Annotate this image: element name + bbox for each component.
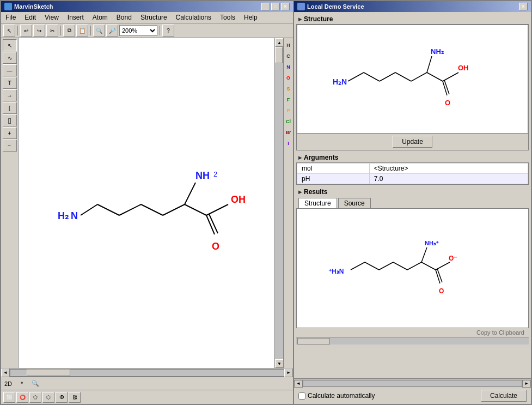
scroll-up-btn[interactable]: ▲: [275, 38, 284, 47]
toolbar-paste-btn[interactable]: 📋: [76, 25, 88, 37]
shape-hexagon-btn[interactable]: ⬡: [42, 392, 54, 403]
shape-pentagon-btn[interactable]: ⬠: [29, 392, 41, 403]
tool-eraser[interactable]: —: [3, 64, 17, 76]
marvin-minimize-btn[interactable]: _: [261, 3, 270, 10]
toolbar-zoomout-btn[interactable]: 🔎: [106, 25, 118, 37]
menu-structure[interactable]: Structure: [138, 13, 169, 22]
scroll-track[interactable]: [275, 47, 283, 359]
calculate-button[interactable]: Calculate: [481, 390, 527, 402]
svg-line-40: [436, 262, 450, 270]
calc-auto-checkbox[interactable]: [298, 392, 305, 400]
molecule-canvas-svg: H ₂ N NH 2: [35, 60, 274, 368]
tool-minus[interactable]: −: [3, 140, 17, 152]
menu-edit[interactable]: Edit: [22, 13, 38, 22]
arguments-triangle-icon: ▶: [298, 155, 302, 160]
toolbar-redo-btn[interactable]: ↪: [33, 25, 45, 37]
copy-clipboard-link[interactable]: Copy to Clipboard: [296, 328, 529, 337]
svg-line-43: [437, 269, 442, 282]
hscroll-track[interactable]: [10, 369, 284, 377]
tool-bracket2[interactable]: []: [3, 114, 17, 126]
marvin-win-controls: _ □ ✕: [261, 3, 290, 10]
demo-scroll-right-btn[interactable]: ►: [522, 380, 531, 388]
menu-calculations[interactable]: Calculations: [174, 13, 213, 22]
demo-scroll-left-btn[interactable]: ◄: [294, 380, 303, 388]
arg-mol-value[interactable]: <Structure>: [369, 164, 528, 174]
marvin-titlebar: MarvinSketch _ □ ✕: [1, 1, 293, 12]
marvin-canvas[interactable]: H ₂ N NH 2: [19, 38, 274, 368]
atom-btn-c[interactable]: C: [286, 51, 290, 61]
hscroll-thumb[interactable]: [27, 370, 70, 376]
hscroll-left-btn[interactable]: ◄: [1, 368, 10, 377]
menu-atom[interactable]: Atom: [90, 13, 110, 22]
calc-auto-area: Calculate automatically: [298, 392, 375, 400]
scroll-thumb[interactable]: [275, 47, 283, 63]
atom-btn-n[interactable]: N: [286, 62, 290, 72]
menu-insert[interactable]: Insert: [65, 13, 86, 22]
atom-btn-s[interactable]: S: [286, 84, 290, 94]
tab-source[interactable]: Source: [338, 198, 371, 208]
menu-help[interactable]: Help: [242, 13, 260, 22]
demo-scroll-track[interactable]: [303, 380, 522, 387]
atom-btn-o[interactable]: O: [286, 73, 290, 83]
marvin-maximize-btn[interactable]: □: [271, 3, 280, 10]
toolbar-copy-btn[interactable]: ⧉: [63, 25, 75, 37]
argument-row-ph: pH 7.0: [297, 174, 528, 184]
svg-line-19: [364, 72, 380, 81]
shape-chain-btn[interactable]: ⛓: [69, 392, 81, 403]
scroll-down-btn[interactable]: ▼: [275, 359, 284, 368]
toolbar-undo-btn[interactable]: ↩: [20, 25, 32, 37]
tool-arrow[interactable]: →: [3, 89, 17, 101]
marvin-toolbar: ↖ ↩ ↪ ✂ ⧉ 📋 🔍 🔎 200% 100% 150% 50% ?: [1, 23, 293, 38]
tab-structure[interactable]: Structure: [298, 198, 337, 208]
svg-line-29: [444, 80, 449, 94]
svg-line-4: [97, 204, 119, 215]
svg-line-22: [411, 72, 427, 81]
toolbar-help-btn[interactable]: ?: [162, 25, 174, 37]
svg-line-12: [206, 204, 228, 215]
svg-line-35: [393, 262, 407, 270]
marvin-statusbar: 2D * 🔍: [1, 377, 293, 390]
toolbar-zoomin-btn[interactable]: 🔍: [93, 25, 105, 37]
menu-tools[interactable]: Tools: [218, 13, 237, 22]
atom-btn-br[interactable]: Br: [285, 128, 291, 137]
marvin-close-btn[interactable]: ✕: [281, 3, 290, 10]
results-section-label: Results: [304, 188, 327, 196]
structure-section-header[interactable]: ▶ Structure: [296, 14, 529, 24]
demo-close-btn[interactable]: ✕: [519, 3, 528, 10]
shape-square-btn[interactable]: ⬜: [3, 392, 15, 403]
tool-plus[interactable]: +: [3, 127, 17, 139]
tool-select[interactable]: ↖: [3, 39, 17, 51]
svg-line-32: [351, 262, 365, 270]
svg-text:NH₂: NH₂: [431, 47, 444, 56]
results-hscrollbar[interactable]: [296, 337, 529, 344]
toolbar-cut-btn[interactable]: ✂: [46, 25, 58, 37]
marvin-vertical-scrollbar[interactable]: ▲ ▼: [274, 38, 283, 368]
atom-btn-f[interactable]: F: [287, 95, 290, 105]
shape-octagon-btn[interactable]: ⭗: [56, 392, 68, 403]
demo-title-left: Local Demo Service: [297, 3, 364, 10]
menu-bond[interactable]: Bond: [114, 13, 134, 22]
arg-ph-value[interactable]: 7.0: [369, 174, 528, 184]
update-button[interactable]: Update: [393, 136, 432, 148]
tool-bracket[interactable]: [: [3, 102, 17, 114]
tool-lasso[interactable]: ∿: [3, 52, 17, 64]
svg-line-38: [421, 247, 427, 262]
demo-title-text: Local Demo Service: [307, 3, 364, 10]
hscroll-right-btn[interactable]: ►: [284, 368, 293, 377]
atom-btn-p[interactable]: P: [286, 106, 290, 116]
shape-circle-btn[interactable]: ⭕: [16, 392, 28, 403]
tool-text[interactable]: T: [3, 77, 17, 89]
results-tab-list: Structure Source: [296, 197, 529, 208]
atom-btn-cl[interactable]: Cl: [286, 117, 291, 126]
arguments-section-header[interactable]: ▶ Arguments: [296, 153, 529, 162]
arguments-table: mol <Structure> pH 7.0: [297, 163, 528, 184]
menu-view[interactable]: View: [42, 13, 61, 22]
atom-btn-h[interactable]: H: [286, 40, 290, 50]
results-molecule-svg: ⁺H₃N NH₃⁺: [320, 214, 505, 323]
menu-file[interactable]: File: [3, 13, 18, 22]
atom-btn-i[interactable]: I: [288, 138, 289, 148]
zoom-selector[interactable]: 200% 100% 150% 50%: [119, 25, 157, 36]
toolbar-select-btn[interactable]: ↖: [3, 25, 15, 37]
results-section-header[interactable]: ▶ Results: [296, 187, 529, 197]
results-hscroll-thumb[interactable]: [297, 338, 330, 344]
